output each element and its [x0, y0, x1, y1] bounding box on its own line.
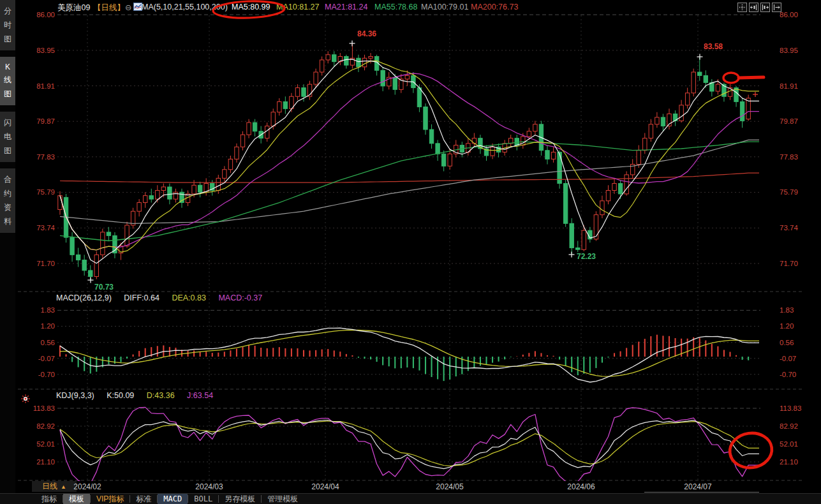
collapse-indicator-icon[interactable]: ⊖ [125, 3, 131, 12]
kdj-axis-label: 21.10 [780, 458, 798, 466]
price-axis-label: 71.70 [23, 260, 55, 267]
macd-axis-label: 0.56 [23, 339, 55, 346]
price-axis-label: 86.00 [780, 11, 798, 19]
price-axis-label: 79.87 [23, 117, 55, 125]
symbol-title: 美原油09 [57, 3, 90, 13]
date-axis-label: 2024/03 [195, 482, 223, 491]
macd-value: MACD:-0.37 [218, 293, 262, 302]
price-axis-label: 83.95 [780, 47, 798, 54]
bottom-tab-标准[interactable]: 标准 [130, 494, 157, 504]
kdj-axis-label: 82.92 [780, 422, 798, 430]
sidebar-tab-合约资料[interactable]: 合约资料 [0, 168, 15, 233]
compress-left-icon[interactable] [749, 3, 758, 12]
period-tag: 【日线】 [93, 3, 125, 13]
ma-legend-value: MA10:81.27 [276, 3, 319, 11]
kdj-title: KDJ(9,3,3) [56, 391, 94, 400]
high-price-label: 84.36 [357, 29, 376, 38]
date-axis-label: 2024/05 [436, 482, 463, 491]
price-axis-label: 83.95 [23, 47, 55, 54]
visible-range-indicator[interactable] [644, 492, 759, 493]
bottom-tab-管理模板[interactable]: 管理模板 [262, 494, 304, 504]
sidebar: 分时图K线图闪电图合约资料 [0, 0, 15, 504]
macd-panel-header: MACD(26,12,9) DIFF:0.64 DEA:0.83 MACD:-0… [56, 293, 272, 302]
price-axis-label: 71.70 [780, 260, 798, 267]
compress-right-icon[interactable] [760, 3, 770, 12]
kdj-panel-header: KDJ(9,3,3) K:50.09 D:43.36 J:63.54 [56, 391, 223, 400]
macd-axis-label: -0.07 [23, 355, 55, 362]
price-axis-label: 81.91 [780, 82, 798, 90]
kdj-axis-label: 113.83 [23, 404, 55, 412]
indicator-tab-bar: 指标模板VIP指标标准MACDBOLL另存模板管理模板 [0, 493, 821, 504]
price-axis-label: 86.00 [23, 11, 55, 19]
period-selector-label: 日线 [42, 481, 57, 492]
macd-axis-label: -0.70 [23, 371, 55, 378]
macd-axis-label: 1.83 [780, 306, 794, 314]
price-axis-label: 77.83 [23, 153, 55, 161]
date-axis-label: 2024/07 [684, 482, 711, 491]
bottom-tab-BOLL[interactable]: BOLL [188, 494, 218, 504]
secondary-low-label: 72.23 [577, 252, 596, 261]
chart-header: 美原油09 【日线】 ⊖ MA(5,10,21,55,100,200) MA5:… [0, 0, 821, 15]
kdj-k-value: K:50.09 [107, 391, 134, 400]
price-axis-label: 79.87 [780, 117, 798, 125]
sidebar-tab-K线图[interactable]: K线图 [0, 57, 15, 105]
ma-legend-value: MA200:76.73 [471, 3, 518, 11]
price-axis-label: 75.79 [23, 188, 55, 196]
triangle-up-icon: ▲ [61, 484, 66, 490]
kdj-axis-label: 21.10 [23, 458, 55, 466]
macd-axis-label: -0.70 [780, 371, 796, 378]
macd-axis-label: 1.83 [23, 306, 55, 314]
trading-app-window: 分时图K线图闪电图合约资料 美原油09 【日线】 ⊖ MA(5,10,21,55… [0, 0, 821, 504]
kdj-axis-label: 52.01 [23, 440, 55, 448]
low-price-label: 70.73 [94, 283, 114, 292]
bottom-tab-MACD[interactable]: MACD [158, 494, 188, 504]
ma-legend-value: MA21:81.24 [325, 3, 367, 11]
price-axis-label: 75.79 [780, 188, 798, 196]
pan-crosshair-icon[interactable] [737, 3, 747, 12]
date-axis-label: 2024/06 [567, 482, 595, 491]
macd-axis-label: -0.07 [780, 355, 796, 362]
date-axis-label: 2024/02 [73, 482, 101, 491]
sidebar-tab-闪电图[interactable]: 闪电图 [0, 112, 15, 162]
date-axis-label: 2024/04 [311, 482, 339, 491]
period-selector[interactable]: 日线 ▲ [32, 481, 77, 492]
kdj-j-value: J:63.54 [187, 391, 213, 400]
ma-settings-label: MA(5,10,21,55,100,200) [142, 3, 228, 11]
bottom-tab-另存模板[interactable]: 另存模板 [219, 494, 261, 504]
chart-canvas[interactable] [0, 0, 821, 504]
macd-axis-label: 1.20 [780, 322, 794, 330]
bottom-tab-指标[interactable]: 指标 [36, 494, 63, 504]
price-axis-label: 73.74 [780, 224, 798, 232]
macd-diff-value: DIFF:0.64 [124, 293, 159, 302]
bottom-tab-模板[interactable]: 模板 [63, 494, 90, 504]
ma-legend-value: MA5:80.99 [232, 3, 270, 11]
ma-legend-value: MA55:78.68 [374, 3, 417, 11]
kdj-d-value: D:43.36 [147, 391, 175, 400]
price-axis-label: 77.83 [780, 153, 798, 161]
kdj-axis-label: 113.83 [780, 404, 801, 412]
ma-legend-value: MA100:79.01 [421, 3, 468, 11]
chart-toolbar [737, 3, 781, 12]
macd-axis-label: 0.56 [780, 339, 794, 346]
kdj-axis-label: 52.01 [780, 440, 798, 448]
macd-axis-label: 1.20 [23, 322, 55, 330]
macd-dea-value: DEA:0.83 [172, 293, 206, 302]
macd-title: MACD(26,12,9) [56, 293, 112, 302]
bottom-tab-VIP指标[interactable]: VIP指标 [91, 494, 129, 504]
ma-indicator-icon[interactable] [133, 3, 142, 11]
kdj-axis-label: 82.92 [23, 422, 55, 430]
price-axis-label: 81.91 [23, 82, 55, 90]
price-axis-label: 73.74 [23, 224, 55, 232]
secondary-high-label: 83.58 [704, 42, 723, 51]
